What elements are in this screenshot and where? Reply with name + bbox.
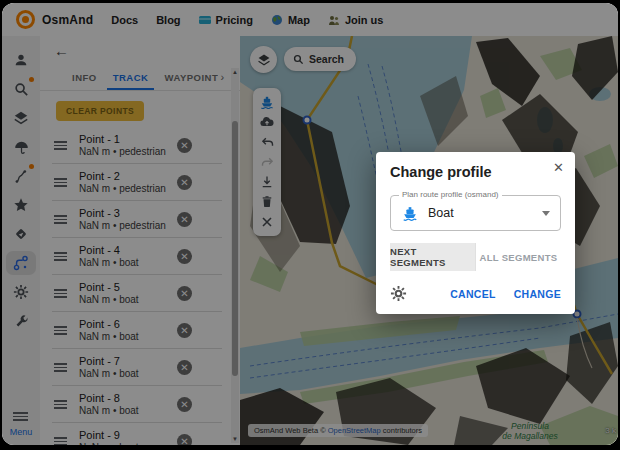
dialog-actions: CANCEL CHANGE [390, 285, 561, 302]
app-window: OsmAnd Docs Blog Pricing Map Join us [2, 3, 618, 445]
segments-toggle: NEXT SEGMENTS ALL SEGMENTS [390, 243, 561, 271]
select-label: Plan route profile (osmand) [399, 190, 502, 199]
dialog-title: Change profile [390, 164, 561, 180]
chevron-down-icon [542, 211, 550, 216]
dialog-close-button[interactable]: ✕ [553, 161, 564, 175]
change-profile-dialog: Change profile ✕ Plan route profile (osm… [376, 152, 575, 314]
profile-select[interactable]: Plan route profile (osmand) Boat [390, 195, 561, 231]
boat-icon [401, 204, 419, 222]
all-segments-button[interactable]: ALL SEGMENTS [475, 243, 561, 271]
dialog-settings-gear-icon[interactable] [390, 285, 407, 302]
next-segments-button[interactable]: NEXT SEGMENTS [390, 243, 475, 271]
change-button[interactable]: CHANGE [514, 288, 561, 300]
select-value: Boat [428, 206, 454, 220]
cancel-button[interactable]: CANCEL [450, 288, 496, 300]
